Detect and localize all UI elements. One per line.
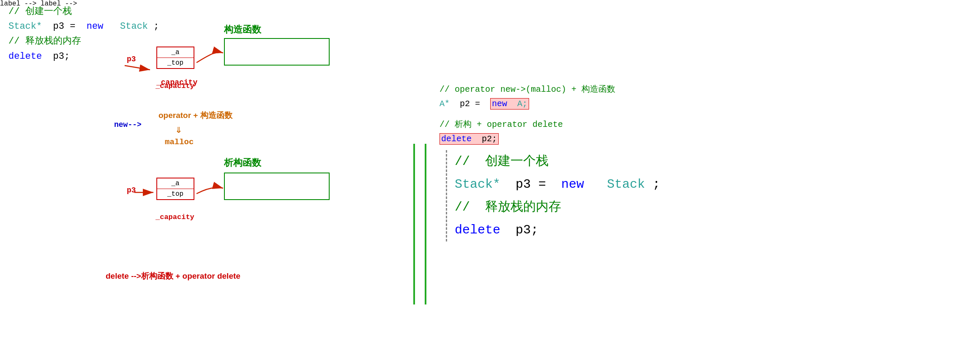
new-arrow-label: new--> (114, 121, 142, 129)
capacity-text-top: _capacity (156, 82, 194, 90)
field-a-top: _a (157, 47, 194, 58)
right-panel-top: // operator new->(malloc) + 构造函数 A* p2 =… (439, 82, 615, 146)
code-line-3: // 释放栈的内存 (8, 34, 159, 49)
right-panel-bottom: // 创建一个栈 Stack* p3 = new Stack ; // 释放栈的… (446, 150, 660, 241)
field-a-bottom: _a (157, 178, 194, 189)
code-line-2: Stack* p3 = new Stack ; (8, 19, 159, 34)
bottom-line-1: Stack* p3 = new Stack ; (455, 173, 660, 196)
down-arrow: ⇓ (175, 123, 182, 136)
p3-label-top: p3 (127, 55, 136, 63)
top-struct-box: _a _top (156, 47, 194, 69)
code-line-4: delete p3; (8, 49, 159, 64)
delete-label: delete -->析构函数 + operator delete (106, 271, 240, 282)
p3-label-bottom: p3 (127, 186, 136, 195)
bottom-comment-1: // 创建一个栈 (455, 150, 660, 173)
separator-line-1 (413, 144, 415, 304)
field-top-bottom: _top (157, 189, 194, 199)
bottom-line-2: delete p3; (455, 219, 660, 241)
right-comment-2: // 析构 + operator delete (439, 118, 615, 132)
malloc-label: malloc (165, 137, 194, 147)
destructor-label: 析构函数 (224, 156, 261, 169)
right-line-2: delete p2; (439, 132, 615, 146)
bottom-struct-box: _a _top (156, 178, 194, 200)
code-line-1: // 创建一个栈 (8, 4, 159, 19)
memory-box-top (224, 38, 330, 66)
separator-line-2 (425, 144, 426, 304)
capacity-text-bottom: _capacity (156, 213, 194, 221)
field-top-top: _top (157, 58, 194, 68)
constructor-label-top: 构造函数 (224, 23, 261, 36)
operator-label: operator + 构造函数 (158, 110, 232, 121)
right-line-1: A* p2 = new A; (439, 97, 615, 111)
memory-box-bottom (224, 173, 330, 200)
right-comment-1: // operator new->(malloc) + 构造函数 (439, 82, 615, 97)
bottom-comment-2: // 释放栈的内存 (455, 196, 660, 219)
